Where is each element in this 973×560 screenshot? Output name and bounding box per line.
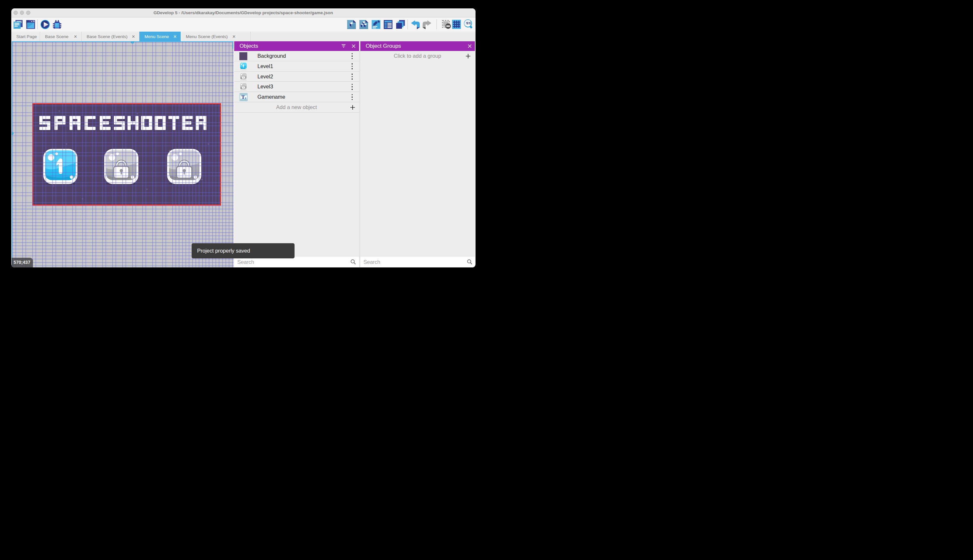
svg-text:x: x [245,97,246,100]
